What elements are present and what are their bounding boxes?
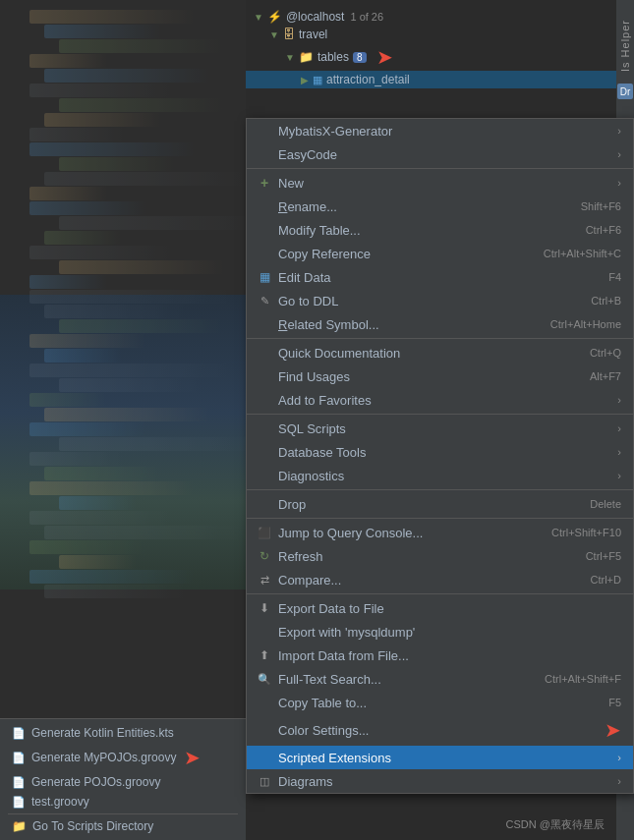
tree-table-row[interactable]: ▶ ▦ attraction_detail bbox=[246, 71, 616, 88]
tree-arrow-db: ▼ bbox=[269, 29, 279, 40]
compare-icon: ⇄ bbox=[255, 574, 274, 587]
separator-4 bbox=[247, 518, 633, 519]
export-file-icon: ⬇ bbox=[255, 601, 274, 615]
scripted-ext-arrow: › bbox=[617, 752, 621, 763]
script-item-test[interactable]: 📄 test.groovy bbox=[0, 792, 246, 812]
drop-label: Drop bbox=[278, 497, 570, 512]
copy-ref-label: Copy Reference bbox=[278, 247, 524, 261]
quick-doc-shortcut: Ctrl+Q bbox=[590, 347, 621, 359]
sql-scripts-label: SQL Scripts bbox=[278, 421, 609, 436]
scripted-ext-label: Scripted Extensions bbox=[278, 751, 609, 765]
diagnostics-label: Diagnostics bbox=[278, 469, 609, 483]
go-to-scripts-label: Go To Scripts Directory bbox=[32, 819, 153, 833]
kotlin-file-icon: 📄 bbox=[12, 727, 26, 740]
db-icon: 🗄 bbox=[283, 28, 295, 41]
menu-item-mybatisx[interactable]: MybatisX-Generator › bbox=[247, 119, 633, 142]
scripts-separator bbox=[8, 813, 238, 814]
arrow-indicator-1: ➤ bbox=[376, 45, 393, 69]
tables-label: tables bbox=[317, 50, 349, 64]
editor-background bbox=[0, 0, 246, 840]
menu-item-db-tools[interactable]: Database Tools › bbox=[247, 440, 633, 464]
script-item-kotlin[interactable]: 📄 Generate Kotlin Entities.kts bbox=[0, 723, 246, 743]
go-to-scripts-item[interactable]: 📁 Go To Scripts Directory bbox=[0, 816, 246, 836]
sql-scripts-arrow: › bbox=[617, 422, 621, 434]
tree-host[interactable]: ▼ ⚡ @localhost 1 of 26 bbox=[246, 8, 616, 26]
quick-doc-label: Quick Documentation bbox=[278, 346, 570, 361]
table-name: attraction_detail bbox=[326, 73, 410, 86]
arrow-indicator-3: ➤ bbox=[184, 746, 201, 769]
menu-item-edit-data[interactable]: ▦ Edit Data F4 bbox=[247, 265, 633, 289]
separator-top bbox=[247, 168, 633, 169]
related-symbol-label: Related Symbol... bbox=[278, 317, 531, 332]
db-helper-icon[interactable]: Dr bbox=[617, 84, 633, 99]
menu-item-rename[interactable]: Rename... Shift+F6 bbox=[247, 195, 633, 218]
mybatisx-arrow: › bbox=[617, 125, 621, 137]
host-label: @localhost bbox=[286, 10, 345, 24]
menu-item-jump-query[interactable]: ⬛ Jump to Query Console... Ctrl+Shift+F1… bbox=[247, 521, 633, 544]
script-item-mypojo[interactable]: 📄 Generate MyPOJOs.groovy ➤ bbox=[0, 743, 246, 772]
menu-item-new[interactable]: + New › bbox=[247, 171, 633, 195]
menu-item-easycode[interactable]: EasyCode › bbox=[247, 142, 633, 166]
scripts-folder-icon: 📁 bbox=[12, 819, 27, 833]
menu-item-drop[interactable]: Drop Delete bbox=[247, 492, 633, 516]
menu-item-color-settings[interactable]: Color Settings... ➤ bbox=[247, 714, 633, 746]
db-label: travel bbox=[299, 28, 327, 41]
edit-data-shortcut: F4 bbox=[608, 271, 621, 283]
db-tools-arrow: › bbox=[617, 446, 621, 458]
menu-item-find-usages[interactable]: Find Usages Alt+F7 bbox=[247, 364, 633, 388]
tree-arrow-table: ▶ bbox=[301, 75, 309, 85]
easycode-label: EasyCode bbox=[278, 147, 609, 162]
menu-item-refresh[interactable]: ↻ Refresh Ctrl+F5 bbox=[247, 544, 633, 568]
diagrams-label: Diagrams bbox=[278, 774, 609, 789]
db-tools-label: Database Tools bbox=[278, 445, 609, 460]
full-text-search-shortcut: Ctrl+Alt+Shift+F bbox=[545, 673, 621, 685]
menu-item-add-favorites[interactable]: Add to Favorites › bbox=[247, 388, 633, 412]
script-test-label: test.groovy bbox=[31, 795, 89, 809]
go-ddl-label: Go to DDL bbox=[278, 294, 571, 308]
refresh-shortcut: Ctrl+F5 bbox=[586, 550, 621, 562]
new-label: New bbox=[278, 176, 609, 191]
context-menu: MybatisX-Generator › EasyCode › + New › … bbox=[246, 118, 634, 794]
add-favorites-arrow: › bbox=[617, 394, 621, 406]
watermark-text: CSDN @黑夜待星辰 bbox=[506, 817, 605, 832]
jump-query-label: Jump to Query Console... bbox=[278, 526, 532, 540]
menu-item-sql-scripts[interactable]: SQL Scripts › bbox=[247, 417, 633, 440]
watermark-label: CSDN @黑夜待星辰 bbox=[506, 818, 605, 830]
menu-item-scripted-ext[interactable]: Scripted Extensions › bbox=[247, 746, 633, 769]
menu-item-import-file[interactable]: ⬆ Import Data from File... bbox=[247, 644, 633, 667]
copy-table-shortcut: F5 bbox=[608, 697, 621, 708]
script-mypojo-label: Generate MyPOJOs.groovy bbox=[31, 751, 176, 764]
find-usages-label: Find Usages bbox=[278, 369, 570, 384]
scripts-panel: 📄 Generate Kotlin Entities.kts 📄 Generat… bbox=[0, 718, 246, 840]
menu-item-compare[interactable]: ⇄ Compare... Ctrl+D bbox=[247, 568, 633, 591]
script-pojo-label: Generate POJOs.groovy bbox=[31, 775, 160, 789]
host-icon: ⚡ bbox=[267, 10, 282, 24]
menu-item-diagrams[interactable]: ◫ Diagrams › bbox=[247, 769, 633, 793]
refresh-icon: ↻ bbox=[255, 549, 274, 563]
menu-item-related-symbol[interactable]: Related Symbol... Ctrl+Alt+Home bbox=[247, 312, 633, 336]
copy-table-label: Copy Table to... bbox=[278, 696, 589, 710]
script-item-pojo[interactable]: 📄 Generate POJOs.groovy bbox=[0, 772, 246, 792]
menu-item-quick-doc[interactable]: Quick Documentation Ctrl+Q bbox=[247, 341, 633, 364]
diagrams-icon: ◫ bbox=[255, 775, 274, 788]
menu-item-diagnostics[interactable]: Diagnostics › bbox=[247, 464, 633, 487]
export-file-label: Export Data to File bbox=[278, 601, 621, 616]
mybatisx-label: MybatisX-Generator bbox=[278, 124, 609, 139]
menu-item-export-file[interactable]: ⬇ Export Data to File bbox=[247, 596, 633, 620]
menu-item-full-text-search[interactable]: 🔍 Full-Text Search... Ctrl+Alt+Shift+F bbox=[247, 667, 633, 691]
menu-item-export-mysqldump[interactable]: Export with 'mysqldump' bbox=[247, 620, 633, 644]
tree-arrow-host: ▼ bbox=[254, 12, 263, 23]
helper-label-is-helper: Is Helper bbox=[619, 20, 631, 72]
script-kotlin-label: Generate Kotlin Entities.kts bbox=[31, 726, 174, 740]
export-mysqldump-label: Export with 'mysqldump' bbox=[278, 625, 621, 640]
arrow-indicator-2: ➤ bbox=[605, 718, 621, 742]
menu-item-copy-table[interactable]: Copy Table to... F5 bbox=[247, 691, 633, 714]
table-icon: ▦ bbox=[313, 74, 322, 86]
menu-item-go-ddl[interactable]: ✎ Go to DDL Ctrl+B bbox=[247, 289, 633, 312]
menu-item-copy-reference[interactable]: Copy Reference Ctrl+Alt+Shift+C bbox=[247, 242, 633, 265]
pojo-file-icon: 📄 bbox=[12, 776, 26, 789]
tree-db[interactable]: ▼ 🗄 travel bbox=[246, 26, 616, 43]
separator-3 bbox=[247, 489, 633, 490]
menu-item-modify-table[interactable]: Modify Table... Ctrl+F6 bbox=[247, 218, 633, 242]
tree-tables[interactable]: ▼ 📁 tables 8 ➤ bbox=[246, 43, 616, 71]
